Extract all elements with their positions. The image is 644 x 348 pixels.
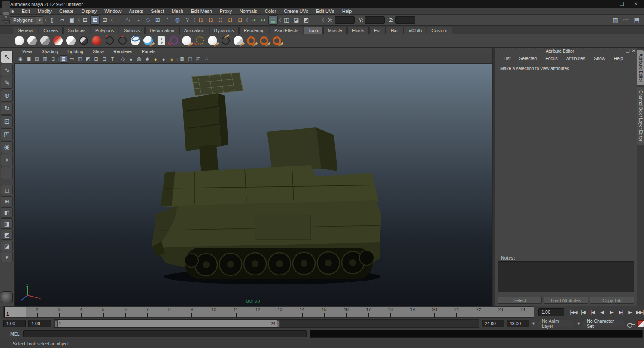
resolution-gate-icon[interactable]: ◫	[76, 55, 84, 63]
ipr-render-icon[interactable]: ◩	[301, 15, 311, 25]
go-to-end-button[interactable]: ▶▶|	[635, 308, 644, 316]
minimize-button[interactable]: –	[607, 0, 610, 8]
select-tool[interactable]: ↖	[1, 51, 13, 63]
mel-result-field[interactable]	[310, 330, 643, 338]
mask-deformations-icon[interactable]: ⊞	[153, 15, 162, 25]
section-collapse-arrow[interactable]: ❮	[322, 16, 324, 24]
anim-layer-chevron-icon[interactable]: ▼	[532, 321, 535, 326]
new-scene-icon[interactable]: ▯	[47, 15, 57, 25]
attribute-editor-menu-item[interactable]: Selected	[515, 56, 541, 61]
menu-item[interactable]: Proxy	[216, 8, 236, 15]
toon-outline-circle-dot-icon[interactable]	[104, 35, 115, 46]
toon-character-outline-icon[interactable]	[130, 35, 141, 46]
menu-item[interactable]: Color	[261, 8, 280, 15]
attribute-editor-menu-item[interactable]: Attributes	[562, 56, 589, 61]
toon-fill-lighted-sphere-icon[interactable]	[65, 35, 76, 46]
section-collapse-arrow[interactable]: ❮	[77, 16, 79, 24]
menu-item[interactable]: Display	[77, 8, 100, 15]
show-manipulator-tool[interactable]: ⌖	[1, 154, 13, 166]
section-collapse-arrow[interactable]: ❮	[193, 16, 195, 24]
playback-range-bar[interactable]: 1 24	[55, 320, 280, 327]
step-forward-key-button[interactable]: ▶|	[626, 308, 635, 316]
toon-white-sphere-brush-icon[interactable]	[207, 35, 218, 46]
shelf-selector[interactable]: ▼	[2, 1, 10, 21]
grid-icon[interactable]: ⊞	[60, 55, 67, 63]
bookmark-icon[interactable]: ▤	[33, 55, 41, 63]
menu-item[interactable]: Window	[100, 8, 125, 15]
output-connections-icon[interactable]: ↦	[258, 15, 268, 25]
xray-joints-icon[interactable]: ◰	[194, 55, 202, 63]
y-input-field[interactable]	[365, 16, 385, 24]
shelf-tab[interactable]: nCloth	[404, 27, 426, 34]
step-forward-frame-button[interactable]: ▶|	[617, 308, 625, 316]
attribute-editor-menu-item[interactable]: Focus	[541, 56, 562, 61]
toon-outline-brush-icon[interactable]	[220, 35, 231, 46]
time-slider[interactable]: 123456789101112131415161718192021222324 …	[3, 306, 534, 318]
construction-history-icon[interactable]: ▤	[268, 15, 278, 25]
paint-effects-canvas-icon[interactable]	[1, 291, 13, 303]
film-gate-icon[interactable]: ▭	[68, 55, 76, 63]
shelf-tab[interactable]: Subdivs	[119, 27, 144, 34]
scale-tool[interactable]: ⊡	[1, 115, 13, 127]
last-tool-used[interactable]	[1, 167, 13, 179]
snap-to-view-planes-icon[interactable]: Ω	[225, 15, 235, 25]
four-pane-layout-button[interactable]: ⊞	[1, 196, 13, 206]
play-forwards-button[interactable]: ▶	[607, 308, 616, 316]
toon-orange-ring-brush-icon[interactable]	[246, 35, 257, 46]
menu-item[interactable]: Edit UVs	[312, 8, 338, 15]
character-set-chevron-icon[interactable]: ▼	[577, 321, 580, 326]
camera-attributes-icon[interactable]: ▣	[25, 55, 33, 63]
menu-item[interactable]: Normals	[236, 8, 261, 15]
select-object-icon[interactable]: ⊞	[90, 15, 100, 25]
persp-outliner-layout-button[interactable]: ◧	[1, 207, 13, 218]
menu-set-dropdown[interactable]: Polygons ▾	[9, 16, 43, 24]
step-back-key-button[interactable]: |◀	[579, 308, 587, 316]
textured-icon[interactable]: ◈	[143, 55, 151, 63]
show-attribute-editor-icon[interactable]: ▤	[632, 15, 641, 25]
render-settings-icon[interactable]: ≡	[311, 15, 321, 25]
open-scene-icon[interactable]: ▱	[57, 15, 67, 25]
toon-fill-light-sphere-icon[interactable]	[27, 35, 38, 46]
xray-icon[interactable]: ▢	[186, 55, 194, 63]
mask-rendering-icon[interactable]: ◍	[173, 15, 182, 25]
shelf-tab[interactable]: Surfaces	[63, 27, 90, 34]
toon-fill-dark-ring-sphere-icon[interactable]	[78, 35, 89, 46]
image-plane-icon[interactable]: ▥	[41, 55, 49, 63]
menu-item[interactable]: Modify	[34, 8, 55, 15]
shelf-tab[interactable]: Toon	[304, 27, 323, 34]
make-live-icon[interactable]: Ω	[235, 15, 245, 25]
tab-attribute-editor[interactable]: Attribute Editor	[637, 50, 644, 85]
shelf-tab[interactable]: Curves	[39, 27, 62, 34]
select-hierarchy-icon[interactable]: ⊟	[80, 15, 90, 25]
maximize-button[interactable]: ❏	[620, 0, 624, 8]
shelf-tab[interactable]: PaintEffects	[270, 27, 303, 34]
show-channel-box-icon[interactable]: ▥	[611, 15, 620, 25]
go-to-start-button[interactable]: |◀◀	[569, 308, 578, 316]
playback-end-field[interactable]: 24.00	[482, 320, 504, 327]
attribute-editor-menu-item[interactable]: List	[499, 56, 515, 61]
step-back-frame-button[interactable]: |◀	[588, 308, 597, 316]
x-input-field[interactable]	[335, 16, 355, 24]
shelf-tab[interactable]: Polygons	[91, 27, 118, 34]
shelf-tab[interactable]: Deformation	[145, 27, 179, 34]
panel-menu-item[interactable]: Renderer	[109, 49, 137, 54]
toon-fill-white-sphere-icon[interactable]	[14, 35, 25, 46]
menu-item[interactable]: Mesh	[168, 8, 187, 15]
show-tool-settings-icon[interactable]: ≔	[621, 15, 631, 25]
two-d-pan-zoom-icon[interactable]: ⊙	[49, 55, 57, 63]
mask-dynamics-icon[interactable]: ∴	[163, 15, 172, 25]
attribute-editor-menu-item[interactable]: Show	[589, 56, 609, 61]
all-lights-icon[interactable]: ●	[168, 55, 176, 63]
mask-points-icon[interactable]: ∿	[123, 15, 133, 25]
range-start-handle[interactable]	[55, 320, 58, 327]
shelf-tab[interactable]: Animation	[179, 27, 209, 34]
notes-textarea[interactable]	[498, 261, 634, 292]
shelf-tab[interactable]: Hair	[386, 27, 404, 34]
load-attributes-button[interactable]: Load Attributes	[544, 297, 588, 304]
snap-to-grid-icon[interactable]: Ω	[196, 15, 205, 25]
render-current-frame-icon[interactable]: ◪	[292, 15, 301, 25]
toon-outline-circle-dash-icon[interactable]	[117, 35, 128, 46]
region-icon[interactable]: ⊡	[92, 55, 100, 63]
safe-title-icon[interactable]: T	[109, 55, 116, 63]
toon-barrel-outline-icon[interactable]	[155, 35, 167, 46]
